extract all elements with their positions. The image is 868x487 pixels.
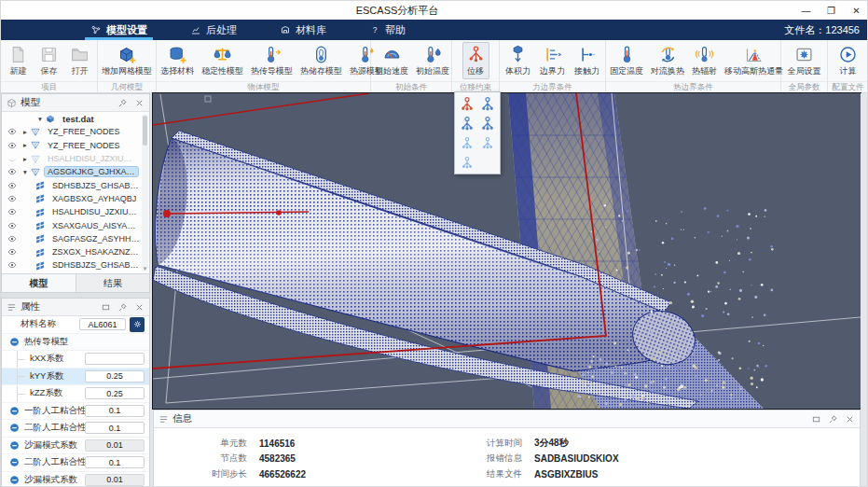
tree-row[interactable]: SDHSBJZS_GHSABJHB_ZAHU <box>2 178 149 191</box>
collapse-minus-icon[interactable] <box>9 440 20 451</box>
eye-icon[interactable] <box>7 207 21 216</box>
tripod-icon <box>480 96 495 111</box>
expander-icon[interactable]: ▸ <box>21 128 30 136</box>
collapse-minus-icon[interactable] <box>9 475 20 485</box>
collapse-minus-icon[interactable] <box>9 423 20 433</box>
expander-icon[interactable]: ▸ <box>21 155 30 163</box>
property-value-field[interactable]: 0.1 <box>85 456 145 468</box>
gear-button[interactable] <box>130 317 145 332</box>
displacement-type-5[interactable] <box>460 135 475 150</box>
property-value-field[interactable] <box>85 353 145 365</box>
tree-row[interactable]: SAGFASGZ_ASYHHXSN <box>2 232 149 245</box>
info-field-label: 结果文件 <box>466 468 522 480</box>
tree-row[interactable]: XSAXGAUS_AISYAQSH_ASHX <box>2 218 149 231</box>
toolbar-button[interactable]: 初始速度 <box>371 42 412 79</box>
eye-off-icon[interactable] <box>7 154 21 163</box>
displacement-type-7[interactable] <box>460 155 475 170</box>
property-value-field[interactable]: 0.01 <box>85 439 145 452</box>
eye-icon[interactable] <box>7 127 21 136</box>
property-value-field[interactable]: 0.01 <box>85 474 145 486</box>
toolbar-button[interactable]: 接触力 <box>571 42 603 79</box>
eye-icon[interactable] <box>7 181 21 190</box>
close-icon[interactable] <box>134 302 145 313</box>
displacement-type-3[interactable] <box>460 116 475 131</box>
eye-icon[interactable] <box>7 247 21 257</box>
eye-icon[interactable] <box>7 141 21 150</box>
float-icon[interactable] <box>811 414 821 424</box>
toolbar-button[interactable]: 选择材料 <box>157 42 198 79</box>
toolbar-button[interactable]: 计算 <box>834 42 861 79</box>
property-value-field[interactable]: 0.25 <box>85 370 145 383</box>
expander-icon[interactable]: ▾ <box>21 168 30 176</box>
eye-icon[interactable] <box>7 234 21 244</box>
eye-icon[interactable] <box>7 194 21 203</box>
scrollbar-down-arrow[interactable]: ▼ <box>142 266 148 271</box>
property-value-field[interactable]: 0.25 <box>85 387 145 399</box>
toolbar-button[interactable]: 热储存模型 <box>296 42 346 79</box>
menu-tab[interactable]: 模型设置 <box>81 20 157 40</box>
toolbar-button[interactable]: 新建 <box>5 42 32 79</box>
toolbar-button[interactable]: 移动高斯热通量 <box>721 42 787 79</box>
list-icon <box>7 302 17 313</box>
viewport-3d[interactable] <box>153 93 861 409</box>
float-icon[interactable] <box>101 302 111 313</box>
tree-row[interactable]: ▾ AGSGKJKG_GJHXAJKHXA <box>2 165 149 178</box>
tree-row[interactable]: ▾ test.dat <box>2 112 149 125</box>
mesh-grid-icon <box>34 180 47 190</box>
toolbar-button[interactable]: 热传导模型 <box>247 42 296 79</box>
property-value-field[interactable]: 0.1 <box>85 422 145 434</box>
toolbar-group: 增加网格模型 几何模型 <box>98 40 157 92</box>
menu-tab[interactable]: 后处理 <box>181 20 246 40</box>
pin-icon[interactable] <box>828 414 838 424</box>
displacement-type-6[interactable] <box>480 135 495 150</box>
toolbar-button[interactable]: 体积力 <box>502 42 534 79</box>
scrollbar-thumb[interactable] <box>143 116 147 146</box>
toolbar-button[interactable]: 保存 <box>35 42 62 79</box>
toolbar-button[interactable]: 热辐射 <box>688 42 721 79</box>
filename-label: 文件名：123456 <box>784 20 860 40</box>
toolbar-button[interactable]: 对流换热 <box>647 42 688 79</box>
eye-icon[interactable] <box>7 167 21 176</box>
toolbar-button[interactable]: 初始温度 <box>412 42 453 79</box>
property-value-field[interactable]: 0.1 <box>85 405 145 417</box>
tree-row[interactable]: HSALHDISU_JZXIUXHAHX <box>2 205 149 218</box>
eye-icon[interactable] <box>7 221 21 230</box>
close-button[interactable]: ✕ <box>844 1 868 20</box>
collapse-minus-icon[interactable] <box>9 406 20 416</box>
pin-icon[interactable] <box>117 98 128 108</box>
toolbar-button[interactable]: 打开 <box>66 42 93 79</box>
minimize-button[interactable]: — <box>793 1 819 20</box>
displacement-type-4[interactable] <box>480 116 495 131</box>
tree-row[interactable]: ▸ HSALHDISU_JZXIUXHAHX <box>2 152 149 165</box>
scrollbar[interactable]: ▼ <box>142 114 148 271</box>
toolbar-button[interactable]: 固定温度 <box>606 42 647 79</box>
tree-row[interactable]: XAGBSXG_AYHAQBJ <box>2 192 149 205</box>
list-icon <box>158 414 169 424</box>
close-icon[interactable] <box>134 98 145 108</box>
tree-row[interactable]: ZSXGX_HSAKAZNZXK_AMASX <box>2 245 149 258</box>
toolbar-button[interactable]: 边界力 <box>536 42 569 79</box>
expander-icon[interactable]: ▸ <box>21 141 30 149</box>
toolbar-button[interactable]: 全局设置 <box>784 42 825 79</box>
collapse-minus-icon[interactable] <box>9 457 20 467</box>
displacement-type-2[interactable] <box>480 96 495 111</box>
menu-tab[interactable]: ? 帮助 <box>360 20 415 40</box>
tree-row[interactable]: ▸ YZ_FREE_NODES <box>2 125 149 138</box>
close-icon[interactable] <box>845 414 855 424</box>
model-result-tab[interactable]: 结果 <box>76 274 150 292</box>
eye-placeholder[interactable] <box>21 114 35 123</box>
property-value-field[interactable]: AL6061 <box>79 318 126 330</box>
menu-tab[interactable]: 材料库 <box>270 20 336 40</box>
maximize-button[interactable]: ❐ <box>819 1 844 20</box>
collapse-minus-icon[interactable] <box>9 337 20 347</box>
toolbar-button[interactable]: 位移 <box>462 42 489 79</box>
tree-row[interactable]: SDHSBJZS_GHSABJHB_ZAHU <box>2 258 149 271</box>
toolbar-button[interactable]: 稳定性模型 <box>198 42 247 79</box>
toolbar-button[interactable]: 增加网格模型 <box>98 42 156 79</box>
displacement-type-1[interactable] <box>460 96 475 111</box>
tree-row[interactable]: ▸ YZ_FREE_NODES <box>2 139 149 152</box>
eye-icon[interactable] <box>7 260 21 270</box>
model-result-tab[interactable]: 模型 <box>2 274 76 292</box>
expander-icon[interactable]: ▾ <box>35 115 45 123</box>
pin-icon[interactable] <box>117 302 128 313</box>
